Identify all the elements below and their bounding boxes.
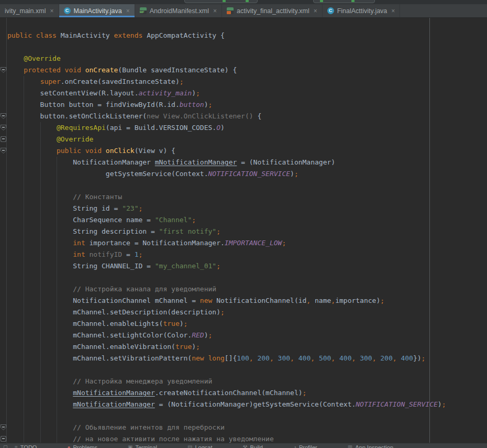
code-token: NotificationManager bbox=[7, 158, 155, 166]
code-token: 100 bbox=[237, 354, 249, 362]
code-line[interactable]: public void onClick(View v) { bbox=[7, 145, 487, 157]
toolwindow-build[interactable]: ⚒Build bbox=[242, 444, 262, 448]
code-token: CharSequence name = bbox=[7, 216, 155, 224]
tab-close-icon[interactable]: × bbox=[213, 7, 217, 15]
fold-marker-icon[interactable] bbox=[1, 125, 6, 130]
toolwindow-terminal[interactable]: ▣Terminal bbox=[128, 444, 157, 448]
tab-ivity_main.xml[interactable]: ivity_main.xml× bbox=[0, 4, 59, 17]
toolwindow-problems[interactable]: ●Problems bbox=[67, 444, 97, 448]
fold-marker-icon[interactable] bbox=[1, 136, 6, 142]
code-line[interactable]: button.setOnClickListener(new View.OnCli… bbox=[7, 111, 487, 122]
code-token: ; bbox=[422, 354, 426, 362]
code-token: ; bbox=[180, 78, 184, 85]
code-line[interactable]: mNotificationManager.createNotificationC… bbox=[7, 387, 487, 399]
code-line[interactable]: mChannel.enableVibration(true); bbox=[7, 341, 487, 353]
profiler-icon: ◔ bbox=[293, 444, 296, 448]
run-configuration-widget[interactable] bbox=[184, 0, 258, 3]
toolwindow-logcat[interactable]: ▤Logcat bbox=[187, 444, 212, 448]
tool-window-bar: ▢ ≡TODO●Problems▣Terminal▤Logcat⚒Build◔P… bbox=[0, 443, 487, 448]
code-token: ; bbox=[294, 170, 298, 178]
tab-AndroidManifest.xml[interactable]: MFAndroidManifest.xml× bbox=[135, 4, 222, 17]
toolwindow-profiler[interactable]: ◔Profiler bbox=[293, 444, 317, 448]
code-line[interactable]: mChannel.enableLights(true); bbox=[7, 318, 487, 330]
tab-close-icon[interactable]: × bbox=[50, 7, 54, 15]
code-line[interactable]: int importance = NotificationManager.IMP… bbox=[7, 237, 487, 249]
code-line[interactable] bbox=[7, 272, 487, 283]
code-token bbox=[7, 54, 24, 62]
tab-MainActivity.java[interactable]: CMainActivity.java× bbox=[59, 4, 135, 17]
tab-label: MainActivity.java bbox=[74, 7, 122, 15]
code-line[interactable]: public class MainActivity extends AppCom… bbox=[7, 30, 487, 41]
code-area[interactable]: public class MainActivity extends AppCom… bbox=[0, 30, 487, 445]
code-line[interactable] bbox=[7, 364, 487, 376]
code-token: Button button = findViewById(R.id. bbox=[7, 101, 180, 108]
code-token: = (NotificationManager) bbox=[237, 158, 335, 166]
toolwindow-label: Profiler bbox=[299, 444, 317, 448]
code-token: 300 bbox=[360, 354, 372, 362]
code-line[interactable]: Button button = findViewById(R.id.button… bbox=[7, 99, 487, 111]
code-line[interactable]: super.onCreate(savedInstanceState); bbox=[7, 76, 487, 88]
fold-marker-icon[interactable] bbox=[1, 436, 6, 442]
fold-marker-icon[interactable] bbox=[1, 113, 6, 119]
tab-close-icon[interactable]: × bbox=[126, 7, 130, 15]
toolwindow-todo[interactable]: ≡TODO bbox=[15, 444, 37, 448]
code-token: []{ bbox=[225, 354, 237, 362]
code-line[interactable]: // Константы bbox=[7, 191, 487, 203]
tool-window-stripe-icon[interactable]: ▢ bbox=[3, 444, 8, 448]
logcat-icon: ▤ bbox=[187, 444, 192, 448]
fold-marker-icon[interactable] bbox=[1, 424, 6, 430]
code-line[interactable]: CharSequence name = "Channel"; bbox=[7, 214, 487, 226]
code-editor[interactable]: public class MainActivity extends AppCom… bbox=[0, 18, 487, 448]
code-token: "first notify" bbox=[159, 227, 217, 235]
code-line[interactable]: mNotificationManager = (NotificationMana… bbox=[7, 399, 487, 410]
editor-tab-bar: ivity_main.xml×CMainActivity.java×MFAndr… bbox=[0, 4, 487, 18]
code-token: public void bbox=[57, 147, 106, 155]
code-line[interactable]: @RequiresApi(api = Build.VERSION_CODES.O… bbox=[7, 122, 487, 134]
code-line[interactable]: String description = "first notify"; bbox=[7, 226, 487, 237]
code-line[interactable]: // Обьявление интентов для переброски bbox=[7, 422, 487, 433]
code-token: (View v) { bbox=[135, 147, 175, 155]
code-line[interactable] bbox=[7, 180, 487, 191]
code-line[interactable] bbox=[7, 410, 487, 422]
code-line[interactable]: int notifyID = 1; bbox=[7, 249, 487, 260]
code-line[interactable]: String CHANNEL_ID = "my_channel_01"; bbox=[7, 260, 487, 272]
code-line[interactable]: mChannel.setLightColor(Color.RED); bbox=[7, 330, 487, 341]
code-token bbox=[335, 354, 339, 362]
fold-marker-icon[interactable] bbox=[1, 67, 6, 73]
code-token: RED bbox=[192, 331, 204, 339]
fold-marker-icon[interactable] bbox=[1, 148, 6, 154]
code-line[interactable]: NotificationChannel mChannel = new Notif… bbox=[7, 295, 487, 307]
code-line[interactable]: getSystemService(Context.NOTIFICATION_SE… bbox=[7, 168, 487, 180]
code-token: ; bbox=[442, 400, 446, 408]
code-token bbox=[7, 78, 40, 85]
code-line[interactable]: NotificationManager mNotificationManager… bbox=[7, 157, 487, 168]
code-line[interactable]: mChannel.setDescription(description); bbox=[7, 307, 487, 318]
toolwindow-app-inspection[interactable]: ▥App Inspection bbox=[348, 444, 393, 448]
code-token bbox=[315, 354, 319, 362]
code-line[interactable]: @Override bbox=[7, 134, 487, 145]
code-token: // Константы bbox=[73, 193, 122, 201]
code-token: onClick bbox=[106, 147, 135, 155]
app-inspection-icon: ▥ bbox=[348, 444, 352, 448]
code-token bbox=[7, 423, 73, 431]
code-line[interactable]: protected void onCreate(Bundle savedInst… bbox=[7, 64, 487, 76]
code-line[interactable] bbox=[7, 41, 487, 53]
code-token: 200 bbox=[257, 354, 269, 362]
code-line[interactable]: setContentView(R.layout.activity_main); bbox=[7, 88, 487, 99]
sync-icon bbox=[351, 0, 355, 2]
code-token bbox=[7, 147, 57, 155]
code-token: 400 bbox=[298, 354, 311, 362]
code-line[interactable]: @Override bbox=[7, 53, 487, 64]
tab-close-icon[interactable]: × bbox=[391, 7, 395, 15]
code-line[interactable]: // Настройка канала для уведомлений bbox=[7, 283, 487, 295]
code-token: @RequiresApi bbox=[57, 124, 106, 132]
tab-close-icon[interactable]: × bbox=[314, 7, 317, 15]
code-token: String description = bbox=[7, 227, 159, 235]
tab-FinalActtivity.java[interactable]: CFinalActtivity.java× bbox=[323, 4, 401, 17]
code-line[interactable]: mChannel.setVibrationPattern(new long[]{… bbox=[7, 353, 487, 364]
tab-activity_final_acttivity.xml[interactable]: activity_final_acttivity.xml× bbox=[222, 4, 323, 17]
code-line[interactable]: // Настройка менеджера уведомлений bbox=[7, 376, 487, 387]
device-selector-widget[interactable] bbox=[313, 0, 375, 3]
code-line[interactable]: String id = "23"; bbox=[7, 203, 487, 214]
code-token: .createNotificationChannel(mChannel) bbox=[155, 389, 303, 397]
